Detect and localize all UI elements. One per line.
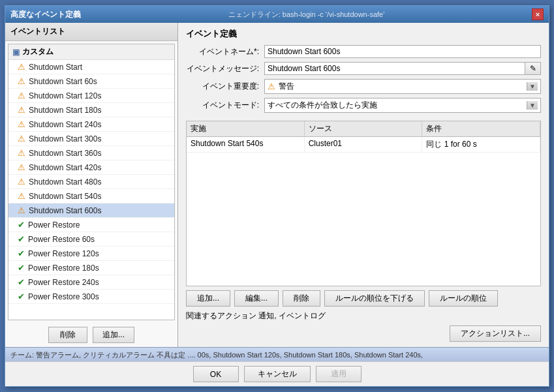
- list-item[interactable]: ✔ Power Restore 120s: [8, 247, 174, 261]
- table-header: 実施 ソース 条件: [187, 121, 540, 137]
- cell-action: Shutdown Start 540s: [187, 137, 305, 152]
- action-list-area: アクションリスト...: [186, 325, 541, 342]
- table-add-button[interactable]: 追加...: [186, 290, 230, 307]
- table-edit-button[interactable]: 編集...: [234, 290, 279, 307]
- list-item[interactable]: ⚠ Shutdown Start: [8, 60, 174, 74]
- list-item[interactable]: ✔ Power Restore 180s: [8, 261, 174, 275]
- item-label: Power Restore 60s: [28, 235, 95, 244]
- item-label: Power Restore 300s: [28, 292, 99, 301]
- item-label: Shutdown Start 360s: [29, 149, 101, 158]
- ok-icon: ✔: [18, 263, 25, 273]
- list-item[interactable]: ✔ Power Restore: [8, 218, 174, 232]
- warning-icon: ⚠: [18, 205, 25, 215]
- list-item[interactable]: ✔ Power Restore 60s: [8, 232, 174, 247]
- warning-icon: ⚠: [18, 76, 25, 86]
- table-row[interactable]: Shutdown Start 540s Cluster01 同じ 1 for 6…: [187, 137, 540, 153]
- list-item[interactable]: ⚠ Shutdown Start 120s: [8, 89, 174, 103]
- list-group-header: ▣ カスタム: [8, 44, 174, 60]
- col-condition: 条件: [422, 121, 540, 136]
- list-item[interactable]: ✔ Power Restore 300s: [8, 290, 174, 304]
- mode-dropdown-icon: ▼: [527, 101, 538, 110]
- table-rule-down-button[interactable]: ルールの順位を下げる: [324, 290, 425, 307]
- warning-icon: ⚠: [18, 105, 25, 115]
- warning-icon: ⚠: [18, 91, 25, 100]
- col-source: ソース: [305, 121, 423, 136]
- list-item[interactable]: ⚠ Shutdown Start 540s: [8, 189, 174, 204]
- mode-row: イベントモード: すべての条件が合致したら実施 ▼: [186, 98, 541, 113]
- item-label: Shutdown Start 120s: [29, 91, 101, 100]
- item-label: Power Restore 240s: [28, 278, 99, 287]
- delete-button[interactable]: 削除: [48, 327, 87, 343]
- right-panel-title: イベント定義: [186, 28, 541, 40]
- item-label: Shutdown Start 480s: [29, 177, 101, 187]
- dialog-body: イベントリスト ▣ カスタム ⚠ Shutdown Start ⚠ Shutdo…: [5, 23, 549, 347]
- ok-icon: ✔: [18, 292, 25, 301]
- list-item[interactable]: ⚠ Shutdown Start 240s: [8, 117, 174, 132]
- list-item[interactable]: ✔ Power Restore 240s: [8, 275, 174, 290]
- event-message-label: イベントメッセージ:: [186, 63, 264, 74]
- list-item[interactable]: ⚠ Shutdown Start 300s: [8, 132, 174, 146]
- dialog-footer: OK キャンセル 適用: [5, 361, 549, 386]
- table-delete-button[interactable]: 削除: [283, 290, 320, 307]
- severity-select[interactable]: ⚠ 警告 ▼: [264, 79, 541, 94]
- event-list[interactable]: ▣ カスタム ⚠ Shutdown Start ⚠ Shutdown Start…: [8, 44, 175, 320]
- item-label: Power Restore 120s: [28, 249, 99, 258]
- edit-button[interactable]: ✎: [525, 62, 541, 75]
- warning-icon: ⚠: [18, 134, 25, 143]
- mode-text: すべての条件が合致したら実施: [268, 100, 377, 111]
- list-item[interactable]: ⚠ Shutdown Start 180s: [8, 103, 174, 117]
- action-list-button[interactable]: アクションリスト...: [450, 325, 541, 342]
- add-button[interactable]: 追加...: [93, 327, 134, 343]
- list-item[interactable]: ⚠ Shutdown Start 480s: [8, 175, 174, 189]
- status-bar: チーム: 警告アラーム, クリティカルアラーム 不具は定 .... 00s, S…: [5, 347, 549, 361]
- warning-icon: ⚠: [18, 177, 25, 187]
- severity-dropdown-icon: ▼: [527, 82, 538, 91]
- item-label: Shutdown Start 240s: [29, 120, 101, 129]
- warning-icon: ⚠: [18, 119, 25, 129]
- ok-icon: ✔: [18, 234, 25, 244]
- ok-icon: ✔: [18, 277, 25, 287]
- related-actions: 関連するアクション 通知, イベントログ: [186, 310, 541, 322]
- item-label: Shutdown Start 540s: [29, 192, 101, 201]
- col-action: 実施: [187, 121, 305, 136]
- table-rule-up-button[interactable]: ルールの順位: [429, 290, 498, 307]
- event-name-label: イベントネーム*:: [186, 46, 264, 57]
- severity-warning-icon: ⚠: [268, 82, 275, 91]
- list-item-selected[interactable]: ⚠ Shutdown Start 600s: [8, 204, 174, 218]
- left-panel: イベントリスト ▣ カスタム ⚠ Shutdown Start ⚠ Shutdo…: [5, 23, 178, 347]
- warning-icon: ⚠: [18, 191, 25, 201]
- left-panel-title: イベントリスト: [5, 23, 177, 41]
- cell-source: Cluster01: [305, 137, 423, 152]
- close-button[interactable]: ×: [532, 8, 544, 20]
- event-name-row: イベントネーム*:: [186, 45, 541, 58]
- warning-icon: ⚠: [18, 62, 25, 72]
- dialog-subtitle: ニェンドライン: bash-login -c '/vi-shutdown-saf…: [228, 10, 385, 20]
- apply-button[interactable]: 適用: [316, 366, 362, 382]
- mode-label: イベントモード:: [186, 100, 264, 111]
- warning-icon: ⚠: [18, 162, 25, 172]
- main-dialog: 高度なイベント定義 ニェンドライン: bash-login -c '/vi-sh…: [5, 5, 549, 387]
- cell-condition: 同じ 1 for 60 s: [422, 137, 540, 152]
- cancel-button[interactable]: キャンセル: [244, 366, 311, 382]
- event-message-input[interactable]: [264, 62, 525, 75]
- ok-button[interactable]: OK: [193, 366, 239, 382]
- title-bar: 高度なイベント定義 ニェンドライン: bash-login -c '/vi-sh…: [5, 6, 549, 23]
- severity-label: イベント重要度:: [186, 81, 264, 92]
- item-label: Shutdown Start 60s: [29, 77, 97, 86]
- item-label: Shutdown Start 420s: [29, 163, 101, 172]
- event-message-row: イベントメッセージ: ✎: [186, 62, 541, 75]
- item-label: Shutdown Start 180s: [29, 106, 101, 115]
- severity-value: ⚠ 警告: [268, 81, 294, 92]
- event-message-field: ✎: [264, 62, 541, 75]
- list-item[interactable]: ⚠ Shutdown Start 60s: [8, 74, 174, 89]
- mode-select[interactable]: すべての条件が合致したら実施 ▼: [264, 98, 541, 113]
- event-name-input[interactable]: [264, 45, 541, 58]
- list-item[interactable]: ⚠ Shutdown Start 420s: [8, 160, 174, 175]
- left-panel-buttons: 削除 追加...: [5, 323, 177, 347]
- folder-icon: ▣: [12, 48, 20, 57]
- list-item[interactable]: ⚠ Shutdown Start 360s: [8, 146, 174, 160]
- item-label: Shutdown Start: [29, 63, 82, 72]
- dialog-title: 高度なイベント定義: [10, 9, 81, 20]
- ok-icon: ✔: [18, 249, 25, 258]
- severity-text: 警告: [279, 81, 294, 92]
